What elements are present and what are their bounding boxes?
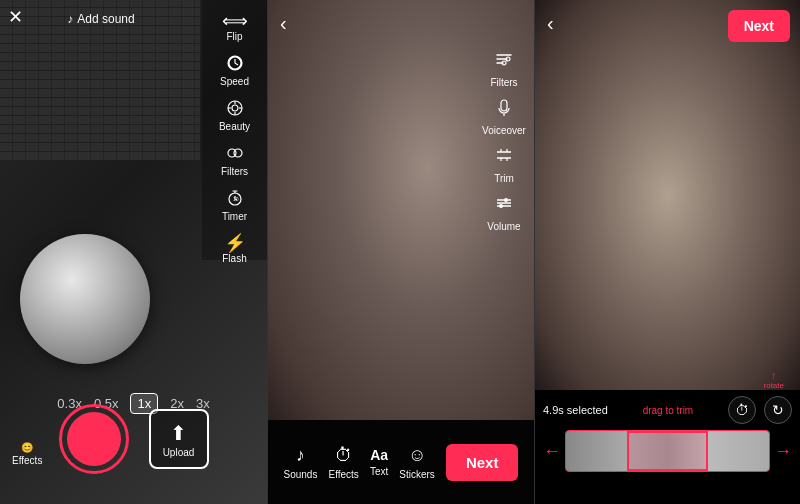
filters-button[interactable]: Filters: [202, 140, 267, 181]
music-icon: ♪: [67, 12, 73, 26]
effects-label-text: Effects: [12, 455, 42, 466]
svg-point-1: [232, 105, 238, 111]
stickers-menu-item[interactable]: ☺ Stickers: [399, 445, 435, 480]
filters-menu-item[interactable]: Filters: [490, 48, 517, 88]
upload-icon: ⬆: [170, 421, 187, 445]
timeline-right-arrow[interactable]: →: [774, 441, 792, 462]
svg-point-16: [504, 198, 508, 202]
voiceover-menu-item[interactable]: Voiceover: [482, 96, 526, 136]
filters-edit-icon: [493, 48, 515, 75]
rotate-button[interactable]: ↻: [764, 396, 792, 424]
flash-label: Flash: [222, 253, 246, 264]
flip-button[interactable]: ⟺ Flip: [202, 8, 267, 46]
sounds-menu-item[interactable]: ♪ Sounds: [284, 445, 318, 480]
voiceover-label: Voiceover: [482, 125, 526, 136]
edit-bottom-bar: ♪ Sounds ⏱ Effects Aa Text ☺ Stickers Ne…: [268, 420, 534, 504]
text-menu-item[interactable]: Aa Text: [370, 447, 388, 477]
selected-text: 4.9s selected: [543, 404, 608, 416]
drag-text: drag to trim: [643, 405, 694, 416]
beauty-button[interactable]: Beauty: [202, 95, 267, 136]
right-edit-menu: Filters Voiceover Trim: [474, 40, 534, 240]
svg-point-7: [234, 149, 242, 157]
effects-icon: 😊: [21, 442, 33, 453]
sounds-label: Sounds: [284, 469, 318, 480]
voiceover-icon: [493, 96, 515, 123]
rotate-hint: ↑ rotate: [764, 370, 784, 390]
speed-icon: [226, 54, 244, 75]
trim-icon: [493, 144, 515, 171]
fur-texture2: [535, 0, 800, 390]
effects-bottom-item[interactable]: ⏱ Effects: [328, 445, 358, 480]
action-icons: ↑ change speed ↑ rotate ⏱ ↻: [728, 396, 792, 424]
back-button[interactable]: ‹: [280, 12, 287, 35]
trim-label: Trim: [494, 173, 514, 184]
filters-label: Filters: [221, 166, 248, 177]
timeline-selection: [627, 431, 708, 471]
effects-bottom-label: Effects: [328, 469, 358, 480]
flip-label: Flip: [226, 31, 242, 42]
trim-info-row: 4.9s selected drag to trim ↑ change spee…: [543, 396, 792, 424]
flash-icon: ⚡: [224, 234, 246, 252]
filters-icon: [226, 144, 244, 165]
right-toolbar: ⟺ Flip Speed Beauty: [202, 0, 267, 260]
beauty-label: Beauty: [219, 121, 250, 132]
trim-video-preview: [535, 0, 800, 390]
edit-panel: ‹ Filters Voiceover: [267, 0, 534, 504]
trim-panel: ‹ Next 4.9s selected drag to trim ↑ chan…: [534, 0, 800, 504]
record-inner: [67, 412, 121, 466]
rotate-arrow-icon: ↑: [764, 370, 784, 381]
svg-point-17: [499, 204, 503, 208]
speed-clock-button[interactable]: ⏱: [728, 396, 756, 424]
stickers-label: Stickers: [399, 469, 435, 480]
filters-edit-label: Filters: [490, 77, 517, 88]
svg-text:10: 10: [233, 196, 239, 202]
beauty-icon: [226, 99, 244, 120]
flip-icon: ⟺: [222, 12, 248, 30]
fluffy-ball-subject: [20, 234, 150, 364]
text-label: Text: [370, 466, 388, 477]
back-button-panel3[interactable]: ‹: [547, 12, 554, 35]
bottom-controls: 😊 Effects ⬆ Upload: [0, 404, 267, 474]
effects-bottom-icon: ⏱: [335, 445, 353, 466]
text-icon: Aa: [370, 447, 388, 463]
record-panel: ✕ ♪ Add sound ⟺ Flip Speed: [0, 0, 267, 504]
next-button-panel3[interactable]: Next: [728, 10, 790, 42]
upload-label: Upload: [163, 447, 195, 458]
volume-label: Volume: [487, 221, 520, 232]
timeline-row: ← →: [543, 430, 792, 472]
timeline-left-arrow[interactable]: ←: [543, 441, 561, 462]
timeline-thumbnail: [566, 431, 769, 471]
volume-menu-item[interactable]: Volume: [487, 192, 520, 232]
timer-label: Timer: [222, 211, 247, 222]
flash-button[interactable]: ⚡ Flash: [202, 230, 267, 268]
trim-menu-item[interactable]: Trim: [493, 144, 515, 184]
sounds-icon: ♪: [296, 445, 305, 466]
timer-icon: 10: [226, 189, 244, 210]
add-sound-label: Add sound: [77, 12, 134, 26]
stickers-icon: ☺: [408, 445, 426, 466]
upload-button[interactable]: ⬆ Upload: [149, 409, 209, 469]
volume-icon: [493, 192, 515, 219]
timeline-strip[interactable]: [565, 430, 770, 472]
record-button[interactable]: [59, 404, 129, 474]
timer-button[interactable]: 10 Timer: [202, 185, 267, 226]
next-button-panel2[interactable]: Next: [446, 444, 519, 481]
trim-bottom-area: 4.9s selected drag to trim ↑ change spee…: [535, 390, 800, 504]
effects-button[interactable]: 😊 Effects: [12, 442, 42, 466]
speed-label: Speed: [220, 76, 249, 87]
speed-button[interactable]: Speed: [202, 50, 267, 91]
add-sound-bar[interactable]: ♪ Add sound: [0, 8, 202, 30]
